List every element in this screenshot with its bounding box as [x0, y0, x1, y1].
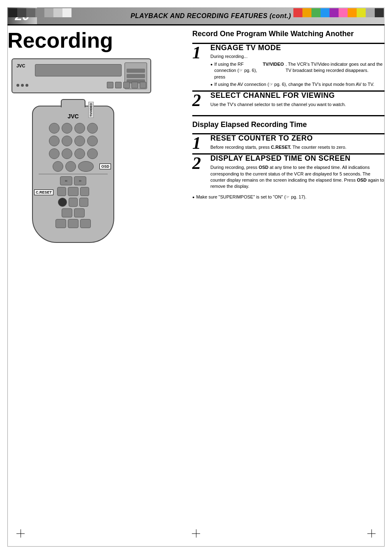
- vcr-tape-slot: [35, 64, 122, 76]
- remote-vol-minus-btn: [80, 219, 91, 228]
- vcr-right-btn-1: [127, 69, 145, 73]
- vcr-small-btn-4: [131, 82, 138, 88]
- remote-brand: JVC: [39, 113, 108, 120]
- step2-text: Use the TV's channel selector to set the…: [210, 102, 385, 108]
- remote-prev-btn: [57, 187, 66, 196]
- tvvideo-label: TV/VIDEO: [88, 102, 94, 118]
- remote-btn-r3-3: [74, 148, 85, 159]
- remote-row-3: [39, 148, 108, 159]
- step1-content: ENGAGE TV MODE During recording... If us…: [207, 44, 385, 89]
- step1-header: ENGAGE TV MODE: [210, 44, 385, 52]
- step2-body: Use the TV's channel selector to set the…: [210, 102, 385, 108]
- remote-btn-r2-1: [49, 136, 60, 146]
- remote-btn-r1-4: [87, 123, 98, 134]
- remote-divider-1: [39, 174, 108, 174]
- vcr-brand-label: JVC: [16, 63, 25, 68]
- remote-ch-vol-row: [39, 208, 108, 217]
- vcr-right-btn-2: [127, 74, 145, 78]
- step1-bullet-1: If using the RF connection (☞ pg. 6), pr…: [210, 61, 385, 80]
- step2-content: SELECT CHANNEL FOR VIEWING Use the TV's …: [207, 92, 385, 109]
- remote-dot-btn: [58, 198, 67, 207]
- section2-step2: 2 DISPLAY ELAPSED TIME ON SCREEN During …: [192, 153, 385, 191]
- section1-title: Record One Program While Watching Anothe…: [192, 30, 385, 39]
- remote-play-btn: [68, 187, 78, 196]
- vcr-dot-1: [16, 84, 19, 87]
- remote-row-4: OSD: [39, 161, 108, 172]
- step1-body: During recording... If using the RF conn…: [210, 53, 385, 88]
- section1-step1: 1 ENGAGE TV MODE During recording... If …: [192, 43, 385, 89]
- vcr-small-btn-2: [115, 82, 122, 88]
- remote-row-2: [39, 136, 108, 146]
- s2-step2-text: During recording, press OSD at any time …: [210, 164, 385, 190]
- left-column: Recording JVC: [7, 30, 184, 243]
- s2-step2-body: During recording, press OSD at any time …: [210, 164, 385, 190]
- color-blocks-decoration: [293, 8, 384, 17]
- remote-record-stop-row: [39, 198, 108, 207]
- section2-note: Make sure "SUPERIMPOSE" is set to "ON" (…: [192, 194, 385, 200]
- vcr-dot-3: [25, 84, 28, 87]
- remote-control-image: TV/VIDEO JVC: [32, 106, 184, 243]
- main-content: Recording JVC: [7, 25, 385, 547]
- remote-btn-r4-3: [78, 161, 94, 172]
- remote-pause-btn: [79, 198, 88, 207]
- s2-step1-header: RESET COUNTER TO ZERO: [210, 134, 385, 143]
- s2-step2-content: DISPLAY ELAPSED TIME ON SCREEN During re…: [207, 155, 385, 191]
- step1-sub: During recording...: [210, 53, 385, 60]
- section2-title: Display Elapsed Recording Time: [192, 120, 385, 129]
- remote-vol-plus-btn: [74, 208, 85, 217]
- remote-ff-btn: ››: [74, 176, 86, 185]
- remote-btn-r1-1: [49, 123, 60, 134]
- s2-step2-number: 2: [192, 155, 207, 191]
- s2-step1-body: Before recording starts, press C.RESET. …: [210, 144, 385, 150]
- vcr-dot-2: [21, 84, 24, 87]
- remote-btn-r3-1: [49, 148, 60, 159]
- remote-body: TV/VIDEO JVC: [32, 106, 114, 243]
- remote-rew-btn: ‹‹: [60, 176, 72, 185]
- remote-row-1: [39, 123, 108, 134]
- vcr-small-btn-3: [123, 82, 130, 88]
- remote-nav-row: ‹‹ ››: [39, 176, 108, 185]
- page-title: Recording: [7, 30, 184, 51]
- remote-btn-r4-2: [65, 161, 76, 172]
- step2-header: SELECT CHANNEL FOR VIEWING: [210, 92, 385, 100]
- remote-btn-r3-2: [62, 148, 72, 159]
- remote-ch-down-btn: [68, 219, 78, 228]
- remote-btn-r1-2: [62, 123, 72, 134]
- vcr-device-image: JVC: [12, 58, 151, 93]
- vcr-controls: [16, 81, 146, 89]
- step1-bullet-2: If using the AV connection (☞ pg. 6), ch…: [210, 81, 385, 88]
- section2-step1: 1 RESET COUNTER TO ZERO Before recording…: [192, 133, 385, 152]
- creset-label: C.RESET: [34, 189, 53, 195]
- remote-btn-r2-3: [74, 136, 85, 146]
- vcr-small-btn-5: [140, 82, 146, 88]
- remote-btn-r2-2: [62, 136, 72, 146]
- s2-step2-header: DISPLAY ELAPSED TIME ON SCREEN: [210, 155, 385, 163]
- remote-ch-up-btn: [62, 208, 72, 217]
- s2-step1-text: Before recording starts, press C.RESET. …: [210, 144, 385, 150]
- step2-number: 2: [192, 92, 207, 109]
- s2-step1-content: RESET COUNTER TO ZERO Before recording s…: [207, 134, 385, 152]
- remote-btn-r3-4: [87, 148, 98, 159]
- step1-number: 1: [192, 44, 207, 89]
- s2-step1-number: 1: [192, 134, 207, 152]
- remote-btn-r2-4: [87, 136, 98, 146]
- section1-step2: 2 SELECT CHANNEL FOR VIEWING Use the TV'…: [192, 90, 385, 109]
- stripe-blocks-decoration: [8, 8, 71, 17]
- osd-label: OSD: [99, 164, 111, 169]
- remote-stop-btn: [69, 198, 78, 207]
- remote-bottom-fn-row: C.RESET: [39, 219, 108, 228]
- right-column: Record One Program While Watching Anothe…: [192, 30, 385, 200]
- section-divider: [192, 115, 385, 116]
- vcr-small-btn-1: [107, 82, 113, 88]
- remote-next-btn: [80, 187, 89, 196]
- section2-note-text: Make sure "SUPERIMPOSE" is set to "ON" (…: [196, 194, 306, 200]
- remote-creset-btn: [55, 219, 66, 228]
- remote-btn-r4-1: [53, 161, 63, 172]
- remote-btn-r1-3: [74, 123, 85, 134]
- remote-top-tab: TV/VIDEO: [61, 99, 85, 107]
